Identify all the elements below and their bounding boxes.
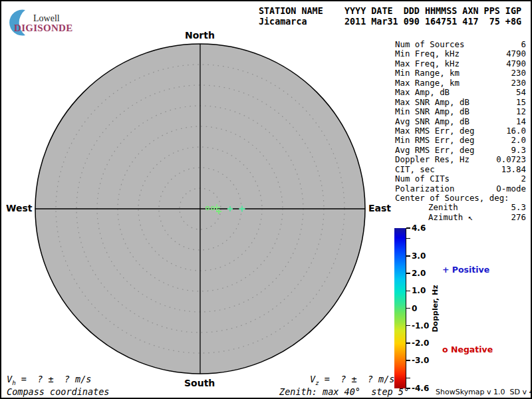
colorbar-tick-label: 4.6 [412, 224, 426, 232]
colorbar-tick-label: -4.6 [412, 384, 429, 392]
doppler-colorbar [394, 228, 406, 388]
zenith-range-note: Zenith: max 40° step 5° [279, 386, 409, 397]
colorbar-tick [406, 360, 410, 361]
colorbar-tick-label: 1.0 [412, 287, 426, 295]
colorbar-tick-label: 3.0 [412, 252, 426, 260]
skymap-plot [1, 1, 532, 399]
app-frame: Lowell DIGISONDE STATION NAME YYYY DATE … [0, 0, 532, 399]
colorbar-tick [406, 378, 410, 379]
colorbar-tick-label: -3.0 [412, 356, 429, 364]
compass-label-west: West [6, 203, 32, 213]
colorbar-tick [406, 325, 410, 327]
colorbar-tick [406, 308, 410, 309]
colorbar-tick [406, 255, 410, 257]
colorbar-tick [406, 238, 410, 239]
compass-label-south: South [184, 378, 215, 388]
colorbar-title: Doppler, Hz [431, 285, 440, 332]
vz-readout: Vz = ? ± ? m/s [310, 374, 394, 386]
legend-positive: + Positive [442, 265, 489, 275]
coordinates-note: Compass coordinates [7, 386, 109, 397]
legend-negative: o Negative [442, 344, 493, 354]
compass-label-east: East [368, 203, 391, 213]
colorbar-tick-label: 0 [412, 305, 417, 313]
colorbar-tick-label: 2.0 [412, 269, 426, 277]
colorbar-tick-label: -2.0 [412, 339, 429, 347]
version-label: ShowSkymap v 1.0 SD v 4.2 [436, 388, 532, 396]
colorbar-tick-label: -1.0 [412, 322, 429, 330]
colorbar-tick [406, 273, 410, 274]
compass-label-north: North [185, 30, 215, 41]
vh-readout: Vh = ? ± ? m/s [7, 374, 91, 386]
colorbar-tick [406, 227, 410, 229]
colorbar-tick [406, 291, 410, 292]
colorbar-tick [406, 342, 410, 344]
